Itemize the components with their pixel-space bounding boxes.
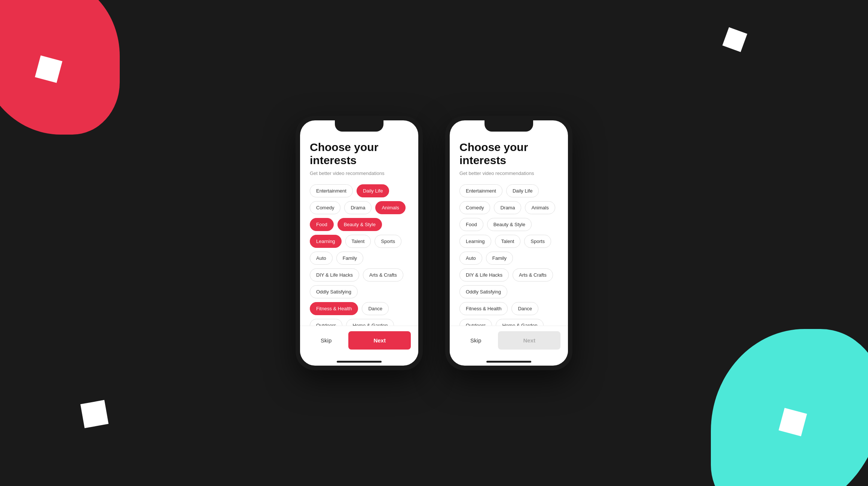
- tag-right-talent[interactable]: Talent: [495, 235, 521, 248]
- tag-right-arts-and-crafts[interactable]: Arts & Crafts: [513, 268, 553, 282]
- tag-right-oddly-satisfying[interactable]: Oddly Satisfying: [459, 285, 507, 298]
- tag-right-comedy[interactable]: Comedy: [459, 201, 490, 214]
- tag-left-entertainment[interactable]: Entertainment: [310, 184, 353, 197]
- skip-button-left[interactable]: Skip: [308, 331, 345, 350]
- tag-left-diy-and-life-hacks[interactable]: DIY & Life Hacks: [310, 268, 359, 282]
- tag-left-outdoors[interactable]: Outdoors: [310, 319, 342, 326]
- home-indicator-right: [486, 361, 531, 363]
- tag-right-entertainment[interactable]: Entertainment: [459, 184, 502, 197]
- phone-left-tags: EntertainmentDaily LifeComedyDramaAnimal…: [310, 184, 409, 326]
- tag-left-drama[interactable]: Drama: [344, 201, 372, 214]
- tag-right-drama[interactable]: Drama: [494, 201, 521, 214]
- tag-right-animals[interactable]: Animals: [525, 201, 555, 214]
- tag-right-sports[interactable]: Sports: [524, 235, 551, 248]
- tag-left-home-and-garden[interactable]: Home & Garden: [346, 319, 394, 326]
- tag-left-arts-and-crafts[interactable]: Arts & Crafts: [363, 268, 403, 282]
- tag-right-diy-and-life-hacks[interactable]: DIY & Life Hacks: [459, 268, 509, 282]
- tag-left-oddly-satisfying[interactable]: Oddly Satisfying: [310, 285, 358, 298]
- phone-right: Choose your interests Get better video r…: [445, 116, 572, 370]
- tag-right-learning[interactable]: Learning: [459, 235, 491, 248]
- tag-left-learning[interactable]: Learning: [310, 235, 342, 248]
- tag-left-dance[interactable]: Dance: [362, 302, 389, 315]
- phone-right-title: Choose your interests: [459, 141, 558, 167]
- tag-left-animals[interactable]: Animals: [375, 201, 405, 214]
- tag-right-daily-life[interactable]: Daily Life: [506, 184, 539, 197]
- tag-left-beauty-and-style[interactable]: Beauty & Style: [337, 218, 382, 231]
- phone-left-subtitle: Get better video recommendations: [310, 170, 409, 176]
- tag-left-auto[interactable]: Auto: [310, 252, 333, 265]
- tag-left-food[interactable]: Food: [310, 218, 334, 231]
- home-indicator-left: [337, 361, 382, 363]
- phone-right-notch: [485, 120, 533, 132]
- phone-left-footer: Skip Next: [300, 326, 418, 361]
- tag-right-outdoors[interactable]: Outdoors: [459, 319, 492, 326]
- bg-square-3: [80, 400, 109, 428]
- tag-right-dance[interactable]: Dance: [511, 302, 538, 315]
- tag-right-auto[interactable]: Auto: [459, 252, 482, 265]
- bg-square-2: [722, 27, 748, 52]
- phone-left-title: Choose your interests: [310, 141, 409, 167]
- phone-left-inner: Choose your interests Get better video r…: [300, 120, 418, 366]
- phone-right-subtitle: Get better video recommendations: [459, 170, 558, 176]
- phone-right-content: Choose your interests Get better video r…: [450, 120, 568, 326]
- tag-right-food[interactable]: Food: [459, 218, 483, 231]
- phone-left: Choose your interests Get better video r…: [296, 116, 423, 370]
- next-button-left[interactable]: Next: [348, 331, 411, 350]
- tag-right-home-and-garden[interactable]: Home & Garden: [496, 319, 544, 326]
- phone-left-notch: [335, 120, 383, 132]
- phone-left-content: Choose your interests Get better video r…: [300, 120, 418, 326]
- tag-left-daily-life[interactable]: Daily Life: [357, 184, 389, 197]
- tag-right-family[interactable]: Family: [486, 252, 513, 265]
- tag-left-fitness-and-health[interactable]: Fitness & Health: [310, 302, 358, 315]
- phone-right-footer: Skip Next: [450, 326, 568, 361]
- tag-right-fitness-and-health[interactable]: Fitness & Health: [459, 302, 508, 315]
- tag-left-family[interactable]: Family: [336, 252, 363, 265]
- skip-button-right[interactable]: Skip: [457, 331, 494, 350]
- phone-right-tags: EntertainmentDaily LifeComedyDramaAnimal…: [459, 184, 558, 326]
- bg-decoration-teal: [711, 329, 868, 486]
- tag-left-talent[interactable]: Talent: [345, 235, 371, 248]
- tag-right-beauty-and-style[interactable]: Beauty & Style: [487, 218, 532, 231]
- phones-container: Choose your interests Get better video r…: [296, 116, 572, 370]
- tag-left-comedy[interactable]: Comedy: [310, 201, 340, 214]
- next-button-right: Next: [498, 331, 560, 350]
- tag-left-sports[interactable]: Sports: [375, 235, 401, 248]
- phone-right-inner: Choose your interests Get better video r…: [450, 120, 568, 366]
